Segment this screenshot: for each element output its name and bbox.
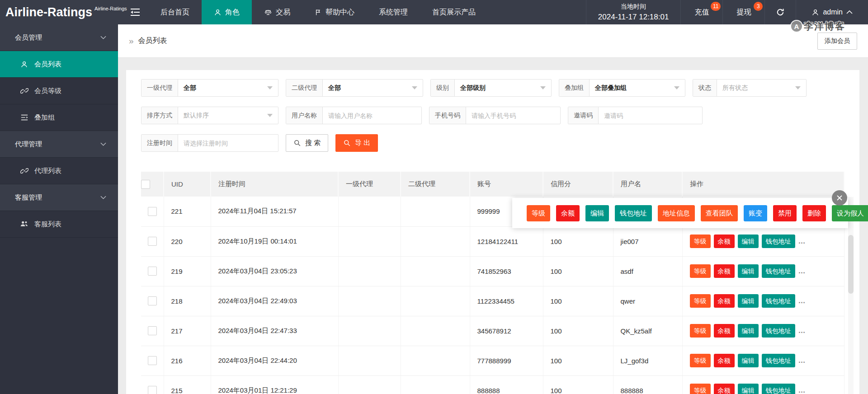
select-all-checkbox[interactable]: [141, 180, 150, 189]
row-action-wallet-button[interactable]: 钱包地址: [762, 324, 795, 338]
filter-label: 二级代理: [286, 80, 323, 96]
row-checkbox[interactable]: [148, 237, 157, 246]
popup-set-fake-button[interactable]: 设为假人: [832, 205, 868, 221]
row-action-level-button[interactable]: 等级: [690, 384, 711, 394]
sidebar-item-member-level[interactable]: 会员等级: [0, 78, 118, 104]
row-checkbox[interactable]: [148, 207, 157, 216]
row-action-edit-button[interactable]: 编辑: [738, 235, 759, 248]
row-action-level-button[interactable]: 等级: [690, 264, 711, 278]
nav-item-homepage-products[interactable]: 首页展示产品: [420, 0, 488, 24]
row-checkbox[interactable]: [148, 386, 157, 394]
row-action-edit-button[interactable]: 编辑: [738, 324, 759, 338]
table-scrollbar-thumb[interactable]: [848, 235, 854, 294]
cell-uid: 218: [164, 286, 211, 316]
cell-account: 741852963: [470, 256, 543, 286]
popup-close-button[interactable]: [832, 190, 847, 206]
refresh-button[interactable]: [765, 0, 796, 24]
caret-down-icon: [795, 86, 801, 89]
chevron-down-icon: [100, 36, 106, 39]
row-action-level-button[interactable]: 等级: [690, 354, 711, 367]
row-action-balance-button[interactable]: 余额: [714, 264, 735, 278]
sidebar-item-label: 代理列表: [34, 167, 61, 175]
row-action-wallet-button[interactable]: 钱包地址: [762, 384, 795, 394]
refresh-icon: [776, 8, 785, 17]
row-more-actions-button[interactable]: …: [798, 386, 806, 394]
nav-item-system[interactable]: 系统管理: [367, 0, 420, 24]
row-checkbox[interactable]: [148, 267, 157, 276]
row-action-balance-button[interactable]: 余额: [714, 294, 735, 308]
level-select[interactable]: 全部级别: [455, 80, 551, 96]
cell-uid: 217: [164, 316, 211, 346]
filter-overlay-group: 叠加组 全部叠加组: [559, 79, 685, 97]
caret-down-icon: [267, 114, 273, 117]
username-input[interactable]: [323, 107, 421, 124]
search-button[interactable]: 搜 索: [286, 134, 328, 152]
regtime-input[interactable]: [178, 135, 278, 151]
popup-view-team-button[interactable]: 查看团队: [701, 205, 738, 221]
col-header-regtime: 注册时间: [211, 172, 338, 197]
row-action-balance-button[interactable]: 余额: [714, 384, 735, 394]
sort-select[interactable]: 默认排序: [178, 107, 278, 124]
popup-balance-button[interactable]: 余额: [556, 205, 580, 221]
row-more-actions-button[interactable]: …: [798, 297, 806, 305]
popup-edit-button[interactable]: 编辑: [585, 205, 609, 221]
row-checkbox[interactable]: [148, 356, 157, 365]
sidebar-group-service-management[interactable]: 客服管理: [0, 184, 118, 211]
filter-agent1: 一级代理 全部: [141, 79, 278, 97]
sidebar-item-service-list[interactable]: 客服列表: [0, 211, 118, 238]
cell-regtime: 2024年03月01日 12:21:29: [211, 375, 338, 394]
popup-account-change-button[interactable]: 账变: [744, 205, 767, 221]
popup-wallet-address-button[interactable]: 钱包地址: [615, 205, 652, 221]
row-action-edit-button[interactable]: 编辑: [738, 354, 759, 367]
row-action-edit-button[interactable]: 编辑: [738, 264, 759, 278]
nav-item-dashboard[interactable]: 后台首页: [148, 0, 202, 24]
row-more-actions-button[interactable]: …: [798, 327, 806, 334]
sidebar-item-member-list[interactable]: 会员列表: [0, 51, 118, 78]
sidebar-group-agent-management[interactable]: 代理管理: [0, 131, 118, 158]
row-more-actions-button[interactable]: …: [798, 267, 806, 275]
cell-regtime: 2024年10月19日 00:14:01: [211, 226, 338, 256]
agent2-select[interactable]: 全部: [323, 80, 423, 96]
cell-actions: 等级余额编辑钱包地址…: [682, 226, 844, 256]
nav-item-roles[interactable]: 角色: [202, 0, 252, 24]
row-action-wallet-button[interactable]: 钱包地址: [762, 294, 795, 308]
row-more-actions-button[interactable]: …: [798, 356, 806, 364]
row-action-balance-button[interactable]: 余额: [714, 354, 735, 367]
popup-address-info-button[interactable]: 地址信息: [658, 205, 695, 221]
row-action-balance-button[interactable]: 余额: [714, 324, 735, 338]
recharge-link[interactable]: 充值 11: [681, 0, 723, 24]
sidebar-collapse-button[interactable]: [122, 0, 148, 24]
withdraw-link[interactable]: 提现 3: [723, 0, 765, 24]
add-member-button[interactable]: 添加会员: [817, 33, 857, 50]
row-checkbox[interactable]: [148, 296, 157, 305]
search-icon: [293, 139, 301, 147]
sidebar-item-overlay-group[interactable]: 叠加组: [0, 104, 118, 131]
row-more-actions-button[interactable]: …: [798, 237, 806, 245]
export-button[interactable]: 导 出: [335, 134, 378, 152]
invite-code-input[interactable]: [599, 107, 702, 124]
sidebar-item-agent-list[interactable]: 代理列表: [0, 158, 118, 184]
status-select[interactable]: 所有状态: [717, 80, 806, 96]
sidebar-group-member-management[interactable]: 会员管理: [0, 24, 118, 51]
filter-label: 排序方式: [142, 107, 178, 124]
nav-item-help-center[interactable]: 帮助中心: [302, 0, 367, 24]
row-action-wallet-button[interactable]: 钱包地址: [762, 354, 795, 367]
row-action-edit-button[interactable]: 编辑: [738, 294, 759, 308]
agent1-select[interactable]: 全部: [178, 80, 278, 96]
nav-item-trade[interactable]: 交易: [252, 0, 302, 24]
row-action-balance-button[interactable]: 余额: [714, 235, 735, 248]
row-action-level-button[interactable]: 等级: [690, 324, 711, 338]
popup-level-button[interactable]: 等级: [527, 205, 550, 221]
row-action-wallet-button[interactable]: 钱包地址: [762, 235, 795, 248]
phone-input[interactable]: [466, 107, 560, 124]
user-menu[interactable]: admin: [796, 0, 868, 24]
overlay-group-select[interactable]: 全部叠加组: [590, 80, 685, 96]
popup-delete-button[interactable]: 删除: [802, 205, 826, 221]
row-action-wallet-button[interactable]: 钱包地址: [762, 264, 795, 278]
popup-disable-button[interactable]: 禁用: [773, 205, 797, 221]
row-action-edit-button[interactable]: 编辑: [738, 384, 759, 394]
select-value: 默认排序: [184, 112, 209, 120]
row-action-level-button[interactable]: 等级: [690, 235, 711, 248]
row-checkbox[interactable]: [148, 326, 157, 335]
row-action-level-button[interactable]: 等级: [690, 294, 711, 308]
